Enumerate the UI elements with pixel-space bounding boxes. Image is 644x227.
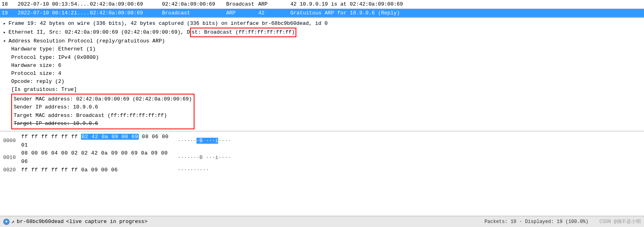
pkt-info: 42 10.9.0.19 is at 02:42:0a:09:00:69 <box>289 1 644 7</box>
pkt-info: Gratuitous ARP for 10.9.0.6 (Reply) <box>289 10 644 16</box>
pkt-no: 19 <box>0 10 16 16</box>
packet-list: 18 2022-07-10 00:13:54.... 02:42:0a:09:0… <box>0 0 644 18</box>
arp-field-5: [Is gratuitous: True] <box>3 86 641 94</box>
status-bar: ● ↗ br-68bc9b60dead <live capture in pro… <box>0 216 644 227</box>
pkt-proto: ARP <box>225 10 257 16</box>
pkt-no: 18 <box>0 1 16 7</box>
packet-row-18[interactable]: 18 2022-07-10 00:13:54.... 02:42:0a:09:0… <box>0 0 644 9</box>
arp-field-2: Hardware size: 6 <box>3 62 641 70</box>
capture-action-icon[interactable]: ↗ <box>11 219 14 225</box>
status-left: ● ↗ br-68bc9b60dead <live capture in pro… <box>3 219 148 225</box>
detail-pane: Frame 19: 42 bytes on wire (336 bits), 4… <box>0 18 644 131</box>
pkt-len: 42 <box>257 10 289 16</box>
pkt-len: ARP <box>257 1 289 7</box>
hex-row-0010: 0010 08 00 06 04 00 02 02 42 0a 09 00 69… <box>3 149 641 166</box>
arp-field-3: Protocol size: 4 <box>3 70 641 78</box>
pkt-time: 2022-07-10 00:14:21.... <box>16 10 88 16</box>
arp-field-0: Hardware type: Ethernet (1) <box>3 45 641 53</box>
pkt-src: 02:42:0a:09:00:69 <box>88 1 160 7</box>
pkt-dst: 02:42:0a:09:00:69 <box>160 1 225 7</box>
arp-target-mac: Target MAC address: Broadcast (ff:ff:ff:… <box>14 112 192 120</box>
pkt-dst: Broadcast <box>160 10 225 16</box>
arp-field-4: Opcode: reply (2) <box>3 78 641 86</box>
hex-pane: 0000 ff ff ff ff ff ff 02 42 0a 09 00 69… <box>0 131 644 216</box>
status-icons: ● ↗ <box>3 219 14 225</box>
arp-line[interactable]: Address Resolution Protocol (reply/gratu… <box>3 37 641 45</box>
arp-target-ip: Target IP address: 10.9.0.6 <box>14 120 192 128</box>
arp-sender-ip: Sender IP address: 10.9.0.6 <box>14 103 192 111</box>
ethernet-line[interactable]: Ethernet II, Src: 02:42:0a:09:00:69 (02:… <box>3 28 641 37</box>
packet-count: Packets: 19 · Displayed: 19 (100.0%) <box>484 219 588 225</box>
pkt-time: 2022-07-10 00:13:54.... <box>16 1 88 7</box>
capture-status: <live capture in progress> <box>66 219 148 225</box>
packet-row-19[interactable]: 19 2022-07-10 00:14:21.... 02:42:0a:09:0… <box>0 9 644 18</box>
arp-field-1: Protocol type: IPv4 (0x0800) <box>3 54 641 62</box>
pkt-proto: Broadcast <box>225 1 257 7</box>
capture-interface: br-68bc9b60dead <box>17 219 64 225</box>
hex-row-0000: 0000 ff ff ff ff ff ff 02 42 0a 09 00 69… <box>3 133 641 150</box>
broadcast-highlight: st: Broadcast (ff:ff:ff:ff:ff:ff) <box>190 28 296 37</box>
capture-icon: ● <box>3 219 10 225</box>
frame-line[interactable]: Frame 19: 42 bytes on wire (336 bits), 4… <box>3 20 641 28</box>
status-right: Packets: 19 · Displayed: 19 (100.0%) CSD… <box>484 218 641 225</box>
pkt-src: 02:42:0a:09:00:69 <box>88 10 160 16</box>
hex-row-0020: 0020 ff ff ff ff ff ff 0a 09 00 06 ·····… <box>3 166 641 175</box>
arp-sender-mac: Sender MAC address: 02:42:0a:09:00:69 (0… <box>14 95 192 103</box>
watermark: CSDN @偶不是小明 <box>599 219 641 225</box>
